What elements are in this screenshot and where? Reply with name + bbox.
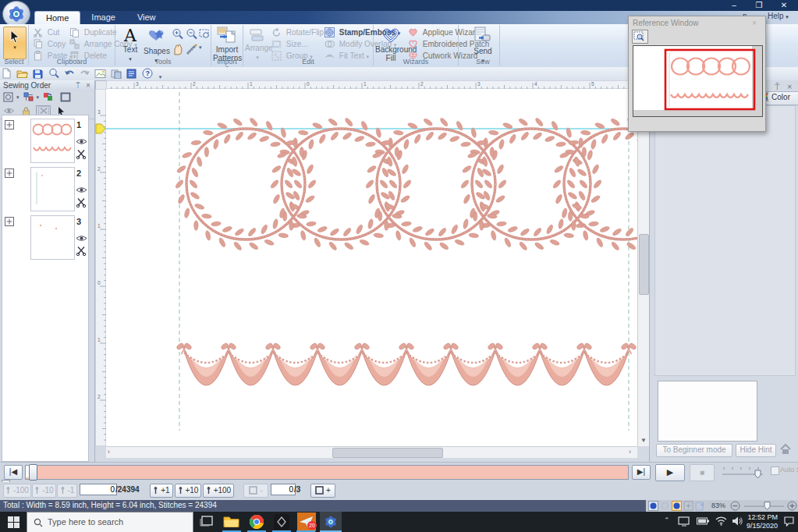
realistic-preview-button[interactable] bbox=[110, 69, 122, 80]
taskbar-search-box[interactable]: Type here to search bbox=[27, 512, 193, 532]
pan-button[interactable] bbox=[172, 44, 184, 58]
current-frame-input[interactable] bbox=[271, 484, 296, 495]
go-to-start-button[interactable]: |◀ bbox=[4, 465, 23, 480]
hscroll-thumb[interactable] bbox=[332, 448, 443, 458]
media-app-icon[interactable] bbox=[274, 514, 293, 532]
expand-icon[interactable] bbox=[5, 120, 14, 129]
start-button[interactable] bbox=[8, 516, 20, 528]
select-tool-button[interactable]: ▾ bbox=[3, 27, 27, 59]
pin-icon[interactable]: ⍑ bbox=[76, 81, 80, 90]
vscroll-thumb[interactable] bbox=[639, 234, 649, 295]
sewing-order-item[interactable]: 2 bbox=[2, 167, 90, 212]
visibility-eye-icon[interactable] bbox=[76, 234, 88, 244]
hide-hint-button[interactable]: Hide Hint bbox=[736, 444, 776, 457]
stitch-plus-100-button[interactable]: +100 bbox=[203, 484, 234, 498]
embroidery-app-taskbar-icon[interactable] bbox=[320, 512, 342, 532]
pattern-thumbnail[interactable] bbox=[30, 167, 75, 211]
current-stitch-input[interactable] bbox=[80, 484, 117, 495]
export-view-button[interactable] bbox=[695, 501, 705, 511]
arrange-button[interactable]: Arrange▾ bbox=[245, 28, 270, 61]
stitch-minus-100-button[interactable]: -100 bbox=[3, 484, 31, 498]
stitch-progress-track[interactable] bbox=[25, 465, 629, 480]
chrome-icon[interactable] bbox=[249, 514, 268, 532]
duplicate-button[interactable]: Duplicate bbox=[69, 27, 116, 38]
pattern-thumbnail[interactable] bbox=[30, 119, 75, 163]
size-button[interactable]: Size... bbox=[271, 39, 308, 50]
cut-button[interactable]: Cut bbox=[33, 27, 59, 38]
design-page-settings-button[interactable] bbox=[94, 69, 106, 80]
speed-slider[interactable] bbox=[719, 464, 764, 480]
menu-help[interactable]: Help ▾ bbox=[768, 12, 789, 20]
tray-wifi-icon[interactable] bbox=[715, 516, 727, 526]
trim-scissors-icon[interactable] bbox=[76, 149, 88, 159]
tray-chevron-icon[interactable]: ⌃ bbox=[664, 516, 670, 524]
frame-plus-button[interactable]: + bbox=[310, 484, 335, 498]
tray-display-icon[interactable] bbox=[678, 516, 690, 527]
zoom-out-status-button[interactable] bbox=[730, 501, 740, 511]
telegram-icon[interactable]: 20 bbox=[297, 512, 316, 531]
zoom-out-button[interactable] bbox=[186, 28, 198, 41]
scroll-right-arrow[interactable]: › bbox=[629, 448, 631, 456]
scroll-down-arrow[interactable]: ▼ bbox=[638, 437, 649, 444]
frame-mode-button[interactable] bbox=[2, 91, 16, 105]
maximize-button[interactable]: ❐ bbox=[749, 0, 769, 11]
frame-minus-button[interactable]: - bbox=[243, 484, 268, 498]
tray-battery-icon[interactable] bbox=[697, 516, 710, 526]
to-beginner-mode-button[interactable]: To Beginner mode bbox=[656, 444, 732, 457]
scroll-left-arrow[interactable]: ‹ bbox=[108, 448, 110, 456]
auto-scroll-checkbox[interactable] bbox=[771, 466, 779, 475]
reference-zoom-button[interactable] bbox=[632, 30, 648, 44]
help-button[interactable]: ? bbox=[142, 68, 154, 80]
expand-icon[interactable] bbox=[5, 168, 14, 178]
tab-view[interactable]: View bbox=[126, 11, 167, 24]
expand-icon[interactable] bbox=[5, 217, 14, 226]
normal-view-button[interactable] bbox=[672, 501, 682, 511]
trim-scissors-icon[interactable] bbox=[76, 197, 88, 207]
zoom-in-status-button[interactable] bbox=[787, 501, 797, 511]
horizontal-scrollbar[interactable]: ‹ › bbox=[106, 446, 637, 458]
stitch-plus-10-button[interactable]: +10 bbox=[175, 484, 201, 498]
rotate-flip-button[interactable]: Rotate/Flip ▾ bbox=[271, 27, 328, 38]
dock-close-icon[interactable]: × bbox=[787, 82, 792, 91]
color-change-button[interactable] bbox=[41, 91, 56, 105]
pattern-thumbnail[interactable] bbox=[30, 215, 75, 260]
measure-button[interactable] bbox=[186, 44, 198, 58]
zoom-in-button[interactable] bbox=[172, 28, 184, 41]
minimize-button[interactable]: – bbox=[724, 0, 744, 11]
play-button[interactable]: ▶ bbox=[655, 464, 685, 481]
zoom-slider[interactable] bbox=[743, 501, 786, 511]
reference-preview[interactable] bbox=[633, 45, 763, 117]
file-explorer-icon[interactable] bbox=[223, 515, 242, 532]
save-button[interactable] bbox=[32, 69, 44, 80]
vertical-scrollbar[interactable]: ▲ ▼ bbox=[637, 89, 649, 446]
tab-image[interactable]: Image bbox=[80, 11, 126, 24]
open-file-button[interactable] bbox=[16, 68, 28, 80]
tray-clock[interactable]: 12:52 PM 9/15/2020 bbox=[743, 513, 778, 530]
stop-button[interactable]: ■ bbox=[690, 464, 715, 481]
tab-home[interactable]: Home bbox=[34, 11, 80, 25]
action-center-icon[interactable] bbox=[784, 516, 794, 527]
new-file-button[interactable] bbox=[1, 68, 12, 80]
trim-scissors-icon[interactable] bbox=[76, 246, 88, 256]
hoop-view-button[interactable] bbox=[59, 91, 73, 105]
stitch-minus-10-button[interactable]: -10 bbox=[32, 484, 56, 498]
copy-button[interactable]: Copy bbox=[33, 39, 66, 50]
panel-close-icon[interactable]: × bbox=[86, 81, 90, 90]
stitch-view-button[interactable] bbox=[660, 501, 670, 511]
reorder-button[interactable] bbox=[22, 91, 37, 105]
visibility-eye-icon[interactable] bbox=[76, 186, 88, 196]
stitch-slider-thumb[interactable] bbox=[29, 464, 37, 481]
sewing-order-item[interactable]: 1 bbox=[2, 119, 90, 164]
stitch-minus-1-button[interactable]: -1 bbox=[57, 484, 77, 498]
design-property-button[interactable] bbox=[126, 69, 138, 80]
task-view-icon[interactable] bbox=[199, 515, 218, 532]
home-icon[interactable] bbox=[779, 443, 793, 455]
add-view-button[interactable] bbox=[683, 501, 693, 511]
go-to-end-button[interactable]: ▶| bbox=[632, 465, 651, 480]
zoom-tool-button[interactable] bbox=[48, 68, 59, 80]
embroidery-design[interactable] bbox=[106, 89, 637, 446]
undo-button[interactable] bbox=[63, 69, 75, 80]
zoom-select-button[interactable]: ▾ bbox=[199, 28, 211, 51]
tray-volume-icon[interactable] bbox=[732, 516, 743, 526]
application-button[interactable] bbox=[2, 1, 30, 27]
